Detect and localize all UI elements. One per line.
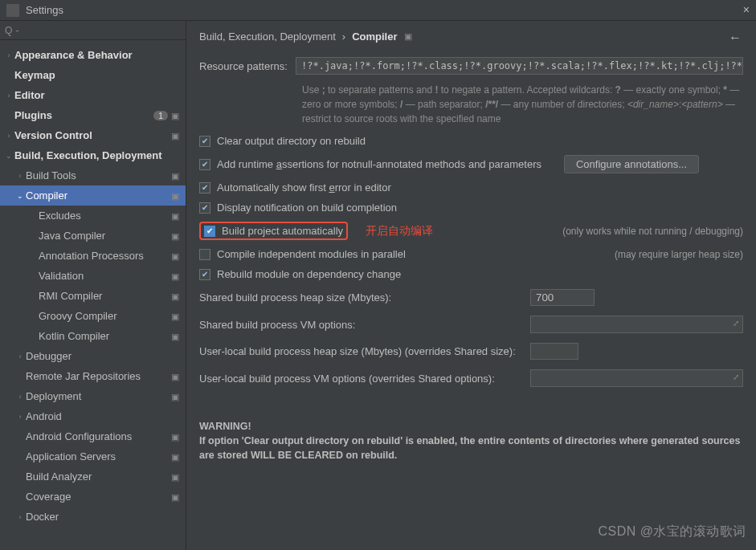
breadcrumb-parent[interactable]: Build, Execution, Deployment [199,31,336,43]
sidebar-item-build-execution-deployment[interactable]: ⌄Build, Execution, Deployment [0,145,186,165]
expand-icon[interactable]: ⤢ [733,373,739,381]
sidebar-item-label: Excludes [39,210,171,222]
reset-icon[interactable]: ▣ [171,231,181,241]
sidebar-item-rmi-compiler[interactable]: RMI Compiler▣ [0,286,186,306]
sidebar-item-label: Build Tools [26,169,171,181]
sidebar-item-label: Annotation Processors [39,250,171,262]
compile-parallel-label: Compile independent modules in parallel [217,248,406,260]
warning-title: WARNING! [199,421,251,432]
rebuild-dependency-checkbox[interactable] [199,269,210,280]
clear-output-label: Clear output directory on rebuild [217,135,366,147]
runtime-assertions-label: Add runtime assertions for notnull-annot… [217,158,541,170]
sidebar-item-plugins[interactable]: ›Plugins1▣ [0,105,186,125]
sidebar-item-label: Android [26,410,181,422]
chevron-icon: › [3,51,14,59]
sidebar-item-version-control[interactable]: ›Version Control▣ [0,125,186,145]
sidebar-item-label: Kotlin Compiler [39,330,171,342]
sidebar-item-keymap[interactable]: ›Keymap [0,65,186,85]
sidebar: Q- ›Appearance & Behavior›Keymap›Editor›… [0,21,186,550]
reset-icon[interactable]: ▣ [404,31,412,42]
reset-icon[interactable]: ▣ [171,372,181,381]
display-notification-label: Display notification on build completion [217,202,397,214]
user-vm-input[interactable]: ⤢ [530,369,743,387]
sidebar-item-label: Docker [26,511,181,523]
reset-icon[interactable]: ▣ [171,291,181,301]
vm-options-label: Shared build process VM options: [199,319,521,331]
sidebar-item-application-servers[interactable]: ›Application Servers▣ [0,446,186,466]
sidebar-item-compiler[interactable]: ⌄Compiler▣ [0,185,186,206]
content-panel: Build, Execution, Deployment › Compiler … [186,21,756,550]
sidebar-item-excludes[interactable]: Excludes▣ [0,206,186,226]
warning-block: WARNING! If option 'Clear output directo… [199,419,743,462]
display-notification-checkbox[interactable] [199,202,210,214]
reset-icon[interactable]: ▣ [171,472,181,482]
reset-icon[interactable]: ▣ [171,452,181,462]
sidebar-item-docker[interactable]: ›Docker [0,507,186,527]
breadcrumb-current: Compiler [352,31,397,43]
sidebar-item-appearance-behavior[interactable]: ›Appearance & Behavior [0,45,186,65]
build-auto-checkbox[interactable] [204,226,215,237]
sidebar-item-deployment[interactable]: ›Deployment▣ [0,386,186,406]
clear-output-checkbox[interactable] [199,136,210,147]
auto-show-error-checkbox[interactable] [199,182,210,194]
sidebar-item-label: Deployment [26,390,171,402]
chevron-icon: ⌄ [14,192,26,200]
reset-icon[interactable]: ▣ [171,191,181,201]
sidebar-item-label: Validation [39,270,171,282]
reset-icon[interactable]: ▣ [171,211,181,221]
chevron-icon: › [14,393,26,401]
sidebar-item-remote-jar-repositories[interactable]: ›Remote Jar Repositories▣ [0,366,186,386]
chevron-icon: › [14,352,26,361]
expand-icon[interactable]: ⤢ [733,319,739,328]
sidebar-item-android[interactable]: ›Android [0,406,186,426]
reset-icon[interactable]: ▣ [171,131,181,141]
sidebar-item-kotlin-compiler[interactable]: Kotlin Compiler▣ [0,326,186,346]
heap-size-label: Shared build process heap size (Mbytes): [199,291,521,304]
app-icon [6,4,19,17]
sidebar-item-coverage[interactable]: ›Coverage▣ [0,487,186,507]
reset-icon[interactable]: ▣ [171,492,181,502]
compile-parallel-checkbox[interactable] [199,249,210,260]
sidebar-item-label: Groovy Compiler [39,310,171,322]
reset-icon[interactable]: ▣ [171,171,181,181]
configure-annotations-button[interactable]: Configure annotations... [564,155,699,173]
settings-tree: ›Appearance & Behavior›Keymap›Editor›Plu… [0,40,186,550]
watermark: CSDN @水宝的滚动歌词 [598,524,746,540]
chevron-right-icon: › [342,31,345,43]
sidebar-item-groovy-compiler[interactable]: Groovy Compiler▣ [0,306,186,326]
sidebar-item-validation[interactable]: Validation▣ [0,266,186,286]
runtime-assertions-checkbox[interactable] [199,159,210,170]
close-icon[interactable]: × [743,3,750,16]
user-heap-input[interactable] [530,343,578,360]
auto-show-error-label: Automatically show first error in editor [217,181,391,194]
chevron-icon: › [3,132,14,140]
chevron-icon: › [14,513,26,521]
sidebar-item-label: Compiler [26,189,171,202]
reset-icon[interactable]: ▣ [171,332,181,341]
search-bar[interactable]: Q- [0,21,186,40]
resource-label: Resource patterns: [199,60,296,72]
sidebar-item-label: Build, Execution, Deployment [14,149,181,161]
window-title: Settings [26,4,63,16]
chevron-icon: › [14,172,26,180]
reset-icon[interactable]: ▣ [171,432,181,442]
sidebar-item-build-tools[interactable]: ›Build Tools▣ [0,165,186,185]
reset-icon[interactable]: ▣ [171,392,181,401]
reset-icon[interactable]: ▣ [171,312,181,321]
heap-size-input[interactable] [530,289,595,306]
reset-icon[interactable]: ▣ [171,111,181,120]
sidebar-item-debugger[interactable]: ›Debugger [0,346,186,366]
breadcrumb: Build, Execution, Deployment › Compiler … [199,31,743,43]
sidebar-item-build-analyzer[interactable]: ›Build Analyzer▣ [0,466,186,487]
sidebar-item-android-configurations[interactable]: ›Android Configurations▣ [0,426,186,446]
user-heap-label: User-local build process heap size (Mbyt… [199,345,521,357]
sidebar-item-editor[interactable]: ›Editor [0,85,186,105]
vm-options-input[interactable]: ⤢ [530,316,743,333]
user-vm-label: User-local build process VM options (ove… [199,373,521,385]
sidebar-item-java-compiler[interactable]: Java Compiler▣ [0,226,186,246]
reset-icon[interactable]: ▣ [171,251,181,261]
resource-patterns-input[interactable]: !?*.java;!?*.form;!?*.class;!?*.groovy;!… [296,57,743,75]
reset-icon[interactable]: ▣ [171,271,181,281]
back-arrow-icon[interactable]: ← [729,31,742,45]
sidebar-item-annotation-processors[interactable]: Annotation Processors▣ [0,246,186,266]
